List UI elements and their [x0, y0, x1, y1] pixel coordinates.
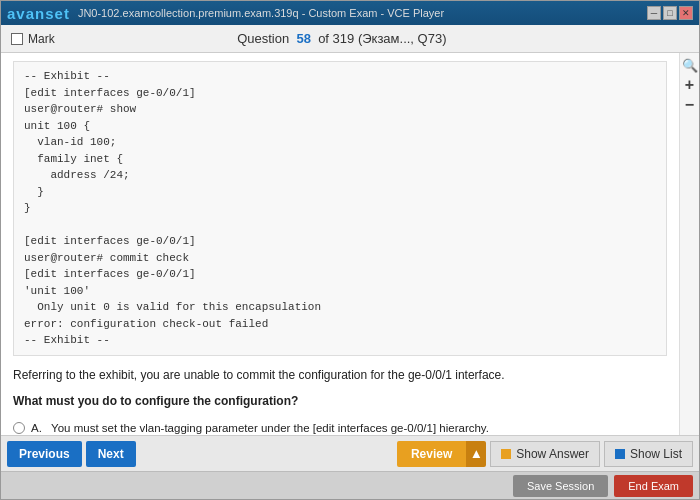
mark-checkbox[interactable]	[11, 33, 23, 45]
end-exam-button[interactable]: End Exam	[614, 475, 693, 497]
zoom-out-icon[interactable]: −	[682, 97, 698, 113]
review-dropdown-button[interactable]: ▲	[466, 441, 486, 467]
option-a-label: A.	[31, 420, 45, 436]
logo-part2: set	[45, 5, 70, 22]
review-button[interactable]: Review	[397, 441, 466, 467]
minimize-button[interactable]: ─	[647, 6, 661, 20]
maximize-button[interactable]: □	[663, 6, 677, 20]
app-window: avanset JN0-102.examcollection.premium.e…	[0, 0, 700, 500]
option-a-text: You must set the vlan-tagging parameter …	[51, 420, 489, 436]
next-button[interactable]: Next	[86, 441, 136, 467]
search-icon[interactable]: 🔍	[682, 57, 698, 73]
answer-icon	[501, 449, 511, 459]
question-label: Question	[237, 31, 289, 46]
window-controls: ─ □ ✕	[647, 6, 693, 20]
previous-button[interactable]: Previous	[7, 441, 82, 467]
bottom-toolbar: Previous Next Review ▲ Show Answer Show …	[1, 435, 699, 471]
app-logo: avanset	[7, 5, 70, 22]
question-text: Referring to the exhibit, you are unable…	[13, 366, 667, 384]
window-title: JN0-102.examcollection.premium.exam.319q…	[78, 7, 444, 19]
answer-options: A. You must set the vlan-tagging paramet…	[13, 418, 667, 436]
zoom-in-icon[interactable]: +	[682, 77, 698, 93]
save-session-button[interactable]: Save Session	[513, 475, 608, 497]
show-list-label: Show List	[630, 447, 682, 461]
bottom-bar2: Save Session End Exam	[1, 471, 699, 499]
question-info: Question 58 of 319 (Экзам..., Q73)	[237, 31, 446, 46]
radio-a[interactable]	[13, 422, 25, 434]
show-list-button[interactable]: Show List	[604, 441, 693, 467]
right-sidebar: 🔍 + −	[679, 53, 699, 435]
show-answer-label: Show Answer	[516, 447, 589, 461]
show-answer-button[interactable]: Show Answer	[490, 441, 600, 467]
question-total: of 319 (Экзам..., Q73)	[318, 31, 446, 46]
title-bar: avanset JN0-102.examcollection.premium.e…	[1, 1, 699, 25]
close-button[interactable]: ✕	[679, 6, 693, 20]
exhibit-box: -- Exhibit -- [edit interfaces ge-0/0/1]…	[13, 61, 667, 356]
title-bar-left: avanset JN0-102.examcollection.premium.e…	[7, 5, 444, 22]
list-icon	[615, 449, 625, 459]
mark-label[interactable]: Mark	[11, 32, 55, 46]
question-prompt: What must you do to configure the config…	[13, 392, 667, 410]
question-number: 58	[296, 31, 310, 46]
logo-part1: avan	[7, 5, 45, 22]
mark-text: Mark	[28, 32, 55, 46]
content-area: -- Exhibit -- [edit interfaces ge-0/0/1]…	[1, 53, 699, 435]
main-content: -- Exhibit -- [edit interfaces ge-0/0/1]…	[1, 53, 679, 435]
mark-bar: Mark Question 58 of 319 (Экзам..., Q73)	[1, 25, 699, 53]
review-group: Review ▲	[397, 441, 486, 467]
option-a[interactable]: A. You must set the vlan-tagging paramet…	[13, 418, 667, 436]
